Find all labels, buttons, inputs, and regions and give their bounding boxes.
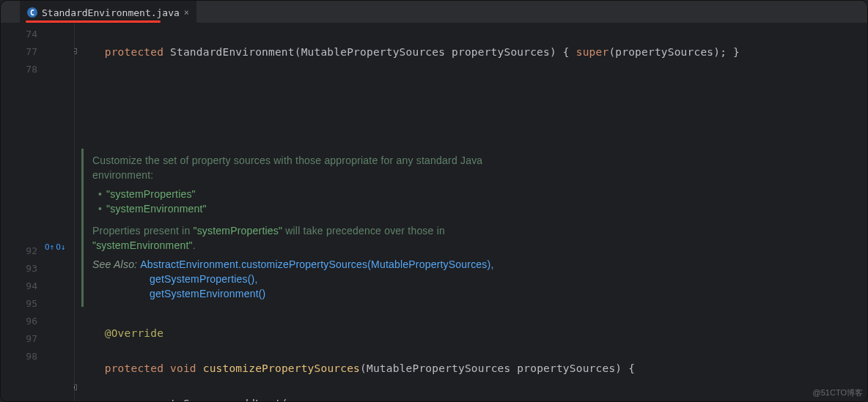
java-class-icon: C xyxy=(27,7,37,18)
tab-filename: StandardEnvironment.java xyxy=(42,7,180,18)
tab-standard-environment[interactable]: C StandardEnvironment.java × xyxy=(20,1,196,23)
code-line: propertySources.addLast( xyxy=(78,395,867,402)
line-number: 98 xyxy=(1,348,42,365)
doc-text: Properties present in "systemProperties"… xyxy=(92,223,867,238)
fold-guide xyxy=(74,23,75,401)
line-number: 96 xyxy=(1,313,42,330)
code-line: protected StandardEnvironment(MutablePro… xyxy=(78,43,867,61)
gutter: 74 77 78 92 93 94 95 96 97 98 xyxy=(1,23,45,401)
ide-frame: C StandardEnvironment.java × 74 77 78 92… xyxy=(0,0,868,402)
code-line xyxy=(78,113,867,131)
doc-list-item: "systemProperties" xyxy=(92,187,867,201)
doc-list-item: "systemEnvironment" xyxy=(92,201,867,216)
editor[interactable]: 74 77 78 92 93 94 95 96 97 98 O↑ O↓ prot… xyxy=(1,23,867,401)
line-number: 93 xyxy=(1,260,42,278)
line-number: 74 xyxy=(1,26,42,43)
doc-link[interactable]: getSystemProperties(), xyxy=(92,272,867,286)
line-number xyxy=(1,78,42,242)
close-icon[interactable]: × xyxy=(184,7,189,18)
watermark: @51CTO博客 xyxy=(813,387,863,398)
line-number: 95 xyxy=(1,295,42,313)
line-number: 77 xyxy=(1,43,42,61)
line-number: 94 xyxy=(1,278,42,295)
javadoc-block: Customize the set of property sources wi… xyxy=(81,149,867,307)
tab-bar: C StandardEnvironment.java × xyxy=(1,1,867,23)
line-number: 92 xyxy=(1,242,42,260)
code-line: protected void customizePropertySources(… xyxy=(78,360,867,377)
doc-seealso: See Also: AbstractEnvironment.customizeP… xyxy=(92,257,867,272)
code-area[interactable]: protected StandardEnvironment(MutablePro… xyxy=(74,23,867,401)
line-number: 97 xyxy=(1,330,42,348)
override-down-icon: O↓ xyxy=(56,242,65,252)
override-up-icon: O↑ xyxy=(45,242,54,252)
doc-link[interactable]: getSystemEnvironment() xyxy=(92,286,867,301)
gutter-icons: O↑ O↓ xyxy=(45,23,74,401)
code-line xyxy=(78,78,867,96)
doc-text: "systemEnvironment". xyxy=(92,238,867,253)
doc-link[interactable]: AbstractEnvironment.customizePropertySou… xyxy=(140,258,490,270)
doc-text: Customize the set of property sources wi… xyxy=(92,153,867,168)
line-number: 78 xyxy=(1,61,42,78)
doc-text: environment: xyxy=(92,168,867,182)
code-line: @Override xyxy=(78,324,867,342)
override-marker-icon[interactable]: O↑ O↓ xyxy=(45,242,66,252)
